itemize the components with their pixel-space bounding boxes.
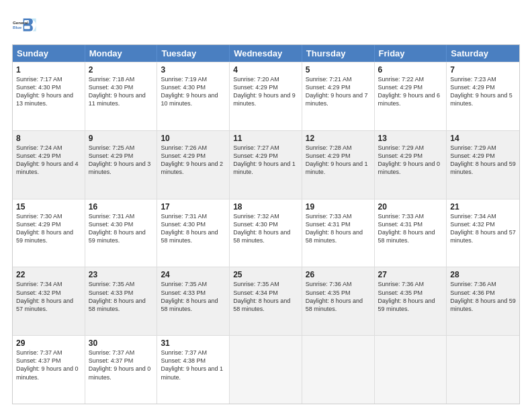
calendar-cell: 2Sunrise: 7:18 AM Sunset: 4:30 PM Daylig… — [85, 62, 158, 130]
calendar-cell: 30Sunrise: 7:37 AM Sunset: 4:37 PM Dayli… — [85, 336, 158, 404]
day-info: Sunrise: 7:17 AM Sunset: 4:30 PM Dayligh… — [16, 75, 81, 108]
calendar-header: SundayMondayTuesdayWednesdayThursdayFrid… — [13, 45, 519, 62]
page: General Blue SundayMondayTuesdayWednesda… — [0, 0, 532, 411]
calendar-cell — [447, 336, 519, 404]
day-number: 26 — [306, 270, 371, 279]
day-info: Sunrise: 7:35 AM Sunset: 4:34 PM Dayligh… — [233, 280, 298, 313]
calendar-cell: 6Sunrise: 7:22 AM Sunset: 4:29 PM Daylig… — [375, 62, 447, 130]
calendar-cell: 12Sunrise: 7:28 AM Sunset: 4:29 PM Dayli… — [302, 131, 375, 199]
day-info: Sunrise: 7:24 AM Sunset: 4:29 PM Dayligh… — [16, 144, 81, 177]
day-info: Sunrise: 7:32 AM Sunset: 4:30 PM Dayligh… — [233, 212, 298, 245]
calendar-day-header: Monday — [85, 45, 158, 62]
day-number: 30 — [89, 338, 154, 348]
day-number: 24 — [161, 270, 226, 279]
calendar-week-row: 29Sunrise: 7:37 AM Sunset: 4:37 PM Dayli… — [13, 335, 519, 404]
calendar-cell: 3Sunrise: 7:19 AM Sunset: 4:30 PM Daylig… — [157, 62, 230, 130]
day-number: 3 — [161, 65, 226, 75]
calendar-day-header: Tuesday — [157, 45, 230, 62]
calendar-cell: 15Sunrise: 7:30 AM Sunset: 4:29 PM Dayli… — [13, 199, 85, 267]
calendar-cell: 17Sunrise: 7:31 AM Sunset: 4:30 PM Dayli… — [157, 199, 230, 267]
day-info: Sunrise: 7:37 AM Sunset: 4:37 PM Dayligh… — [16, 349, 81, 381]
day-info: Sunrise: 7:18 AM Sunset: 4:30 PM Dayligh… — [89, 75, 154, 108]
day-info: Sunrise: 7:25 AM Sunset: 4:29 PM Dayligh… — [89, 144, 154, 177]
day-info: Sunrise: 7:37 AM Sunset: 4:37 PM Dayligh… — [89, 349, 154, 381]
calendar-cell: 26Sunrise: 7:36 AM Sunset: 4:35 PM Dayli… — [302, 267, 375, 335]
calendar-cell: 16Sunrise: 7:31 AM Sunset: 4:30 PM Dayli… — [85, 199, 158, 267]
day-number: 13 — [378, 134, 443, 143]
calendar-cell: 18Sunrise: 7:32 AM Sunset: 4:30 PM Dayli… — [230, 199, 302, 267]
calendar-cell: 27Sunrise: 7:36 AM Sunset: 4:35 PM Dayli… — [375, 267, 447, 335]
day-info: Sunrise: 7:23 AM Sunset: 4:29 PM Dayligh… — [450, 75, 516, 108]
calendar-week-row: 22Sunrise: 7:34 AM Sunset: 4:32 PM Dayli… — [13, 267, 519, 335]
logo-svg: General Blue — [12, 12, 38, 38]
calendar-cell: 5Sunrise: 7:21 AM Sunset: 4:29 PM Daylig… — [302, 62, 375, 130]
day-number: 15 — [16, 202, 81, 212]
day-number: 17 — [161, 202, 226, 212]
calendar-day-header: Sunday — [13, 45, 85, 62]
day-info: Sunrise: 7:36 AM Sunset: 4:35 PM Dayligh… — [378, 280, 443, 313]
calendar-cell: 22Sunrise: 7:34 AM Sunset: 4:32 PM Dayli… — [13, 267, 85, 335]
calendar-cell — [302, 336, 375, 404]
day-info: Sunrise: 7:30 AM Sunset: 4:29 PM Dayligh… — [16, 212, 81, 245]
day-info: Sunrise: 7:31 AM Sunset: 4:30 PM Dayligh… — [161, 212, 226, 245]
calendar-cell: 31Sunrise: 7:37 AM Sunset: 4:38 PM Dayli… — [157, 336, 230, 404]
calendar-cell: 10Sunrise: 7:26 AM Sunset: 4:29 PM Dayli… — [157, 131, 230, 199]
svg-text:Blue: Blue — [13, 25, 22, 30]
day-info: Sunrise: 7:33 AM Sunset: 4:31 PM Dayligh… — [306, 212, 371, 245]
day-number: 31 — [161, 338, 226, 348]
day-info: Sunrise: 7:31 AM Sunset: 4:30 PM Dayligh… — [89, 212, 154, 245]
day-info: Sunrise: 7:26 AM Sunset: 4:29 PM Dayligh… — [161, 144, 226, 177]
calendar-cell: 20Sunrise: 7:33 AM Sunset: 4:31 PM Dayli… — [375, 199, 447, 267]
calendar-cell: 14Sunrise: 7:29 AM Sunset: 4:29 PM Dayli… — [447, 131, 519, 199]
calendar-week-row: 8Sunrise: 7:24 AM Sunset: 4:29 PM Daylig… — [13, 130, 519, 199]
day-number: 21 — [450, 202, 516, 212]
day-info: Sunrise: 7:29 AM Sunset: 4:29 PM Dayligh… — [450, 144, 516, 177]
day-info: Sunrise: 7:21 AM Sunset: 4:29 PM Dayligh… — [306, 75, 371, 108]
calendar-cell: 25Sunrise: 7:35 AM Sunset: 4:34 PM Dayli… — [230, 267, 302, 335]
day-number: 12 — [306, 134, 371, 143]
day-info: Sunrise: 7:34 AM Sunset: 4:32 PM Dayligh… — [450, 212, 516, 245]
day-number: 10 — [161, 134, 226, 143]
day-number: 8 — [16, 134, 81, 143]
calendar-cell: 21Sunrise: 7:34 AM Sunset: 4:32 PM Dayli… — [447, 199, 519, 267]
day-number: 14 — [450, 134, 516, 143]
svg-text:General: General — [13, 20, 28, 25]
day-number: 11 — [233, 134, 298, 143]
day-info: Sunrise: 7:37 AM Sunset: 4:38 PM Dayligh… — [161, 349, 226, 381]
day-info: Sunrise: 7:22 AM Sunset: 4:29 PM Dayligh… — [378, 75, 443, 108]
day-info: Sunrise: 7:36 AM Sunset: 4:36 PM Dayligh… — [450, 280, 516, 313]
day-info: Sunrise: 7:35 AM Sunset: 4:33 PM Dayligh… — [161, 280, 226, 313]
calendar-cell: 13Sunrise: 7:29 AM Sunset: 4:29 PM Dayli… — [375, 131, 447, 199]
calendar-cell: 8Sunrise: 7:24 AM Sunset: 4:29 PM Daylig… — [13, 131, 85, 199]
day-number: 20 — [378, 202, 443, 212]
calendar-cell: 1Sunrise: 7:17 AM Sunset: 4:30 PM Daylig… — [13, 62, 85, 130]
calendar-cell: 28Sunrise: 7:36 AM Sunset: 4:36 PM Dayli… — [447, 267, 519, 335]
calendar-cell: 9Sunrise: 7:25 AM Sunset: 4:29 PM Daylig… — [85, 131, 158, 199]
calendar-cell: 19Sunrise: 7:33 AM Sunset: 4:31 PM Dayli… — [302, 199, 375, 267]
svg-rect-2 — [24, 26, 30, 29]
calendar-cell: 24Sunrise: 7:35 AM Sunset: 4:33 PM Dayli… — [157, 267, 230, 335]
day-number: 29 — [16, 338, 81, 348]
day-number: 16 — [89, 202, 154, 212]
logo: General Blue — [12, 12, 38, 38]
day-info: Sunrise: 7:35 AM Sunset: 4:33 PM Dayligh… — [89, 280, 154, 313]
calendar-cell: 29Sunrise: 7:37 AM Sunset: 4:37 PM Dayli… — [13, 336, 85, 404]
calendar-day-header: Saturday — [447, 45, 519, 62]
day-info: Sunrise: 7:27 AM Sunset: 4:29 PM Dayligh… — [233, 144, 298, 177]
day-info: Sunrise: 7:19 AM Sunset: 4:30 PM Dayligh… — [161, 75, 226, 108]
day-number: 6 — [378, 65, 443, 75]
day-number: 9 — [89, 134, 154, 143]
calendar-cell: 7Sunrise: 7:23 AM Sunset: 4:29 PM Daylig… — [447, 62, 519, 130]
day-number: 2 — [89, 65, 154, 75]
day-number: 28 — [450, 270, 516, 279]
day-number: 5 — [306, 65, 371, 75]
calendar-cell — [230, 336, 302, 404]
calendar-cell — [375, 336, 447, 404]
day-number: 22 — [16, 270, 81, 279]
day-info: Sunrise: 7:20 AM Sunset: 4:29 PM Dayligh… — [233, 75, 298, 108]
calendar-cell: 23Sunrise: 7:35 AM Sunset: 4:33 PM Dayli… — [85, 267, 158, 335]
calendar-week-row: 15Sunrise: 7:30 AM Sunset: 4:29 PM Dayli… — [13, 199, 519, 267]
calendar-week-row: 1Sunrise: 7:17 AM Sunset: 4:30 PM Daylig… — [13, 62, 519, 130]
day-number: 25 — [233, 270, 298, 279]
day-number: 4 — [233, 65, 298, 75]
